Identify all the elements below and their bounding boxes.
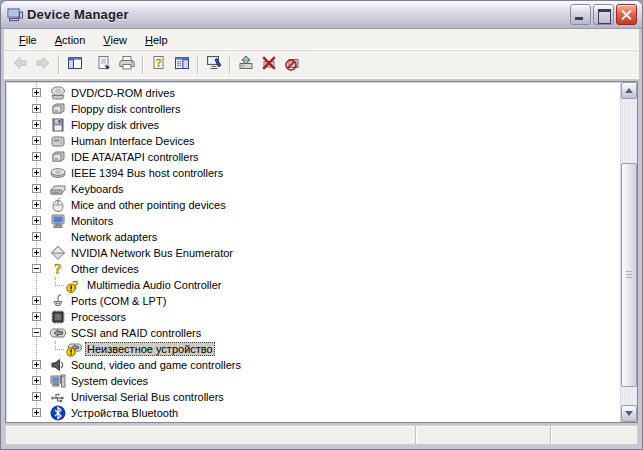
tree-item-label[interactable]: Other devices	[69, 262, 141, 276]
scroll-down-button[interactable]	[621, 405, 637, 422]
tree-item-label[interactable]: Processors	[69, 310, 128, 324]
tree-item[interactable]: DVD/CD-ROM drives	[6, 85, 620, 101]
tree-item[interactable]: NVIDIA Network Bus Enumerator	[6, 245, 620, 261]
tree-item[interactable]: Floppy disk drives	[6, 117, 620, 133]
expand-icon[interactable]	[32, 296, 41, 305]
scrollbar-thumb[interactable]	[621, 163, 637, 386]
tree-item[interactable]: Processors	[6, 309, 620, 325]
expand-icon[interactable]	[32, 88, 41, 97]
tree-item[interactable]: Floppy disk controllers	[6, 101, 620, 117]
tree-item-label[interactable]: SCSI and RAID controllers	[69, 326, 203, 340]
menu-help[interactable]: Help	[136, 31, 177, 49]
expand-icon[interactable]	[32, 376, 41, 385]
scan-for-hardware-changes-button[interactable]	[202, 54, 225, 76]
tree-item[interactable]: Network adapters	[6, 229, 620, 245]
update-driver-icon	[238, 55, 254, 75]
toolbar-separator	[197, 56, 198, 74]
tree-item[interactable]: Universal Serial Bus controllers	[6, 389, 620, 405]
statusbar-pane	[415, 426, 550, 444]
tree-item-label[interactable]: Keyboards	[69, 182, 126, 196]
menubar: FileActionViewHelp	[4, 29, 639, 51]
properties-icon	[96, 55, 112, 75]
toolbar-separator	[229, 56, 230, 74]
hid-icon	[50, 133, 66, 149]
tree-item[interactable]: Human Interface Devices	[6, 133, 620, 149]
disable-device-button[interactable]	[257, 54, 280, 76]
tree-item-label[interactable]: Floppy disk controllers	[69, 102, 182, 116]
tree-item-label[interactable]: Human Interface Devices	[69, 134, 197, 148]
tree-item[interactable]: Sound, video and game controllers	[6, 357, 620, 373]
update-driver-button[interactable]	[234, 54, 257, 76]
properties-button[interactable]	[92, 54, 115, 76]
controller-icon	[50, 101, 66, 117]
maximize-button[interactable]	[593, 4, 614, 25]
expand-icon[interactable]	[32, 392, 41, 401]
scrollbar-track[interactable]	[621, 99, 637, 405]
console-tree-icon	[67, 55, 83, 75]
tree-item-label[interactable]: IEEE 1394 Bus host controllers	[69, 166, 225, 180]
disable-device-icon	[261, 55, 277, 75]
expand-icon[interactable]	[32, 216, 41, 225]
processor-icon	[50, 309, 66, 325]
uninstall-device-button[interactable]	[280, 54, 303, 76]
tree-item-label[interactable]: Ports (COM & LPT)	[69, 294, 168, 308]
device-manager-window: Device Manager FileActionViewHelp ? DVD/…	[0, 0, 643, 450]
svg-text:?: ?	[54, 261, 62, 277]
tree-item-label[interactable]: Sound, video and game controllers	[69, 358, 243, 372]
show-hide-console-tree-button[interactable]	[63, 54, 86, 76]
tree-item[interactable]: Ports (COM & LPT)	[6, 293, 620, 309]
tree-item[interactable]: ?Other devices	[6, 261, 620, 277]
collapse-icon[interactable]	[32, 328, 41, 337]
scroll-up-button[interactable]	[621, 82, 637, 99]
tree-item-label[interactable]: DVD/CD-ROM drives	[69, 86, 177, 100]
minimize-button[interactable]	[570, 4, 591, 25]
expand-icon[interactable]	[32, 360, 41, 369]
expand-icon[interactable]	[32, 232, 41, 241]
tree-item[interactable]: IEEE 1394 Bus host controllers	[6, 165, 620, 181]
device-tree-panel: DVD/CD-ROM drivesFloppy disk controllers…	[5, 81, 638, 423]
tree-item-label[interactable]: Network adapters	[69, 230, 159, 244]
mouse-icon	[50, 197, 66, 213]
tree-item[interactable]: IDE ATA/ATAPI controllers	[6, 149, 620, 165]
back-arrow-icon	[12, 55, 28, 75]
expand-icon[interactable]	[32, 200, 41, 209]
show-hide-action-pane-button[interactable]	[170, 54, 193, 76]
menu-action[interactable]: Action	[46, 31, 95, 49]
expand-icon[interactable]	[32, 152, 41, 161]
tree-item[interactable]: ?Multimedia Audio Controller	[6, 277, 620, 293]
tree-item-label[interactable]: Universal Serial Bus controllers	[69, 390, 226, 404]
expand-icon[interactable]	[32, 184, 41, 193]
menu-file[interactable]: File	[10, 31, 46, 49]
tree-item-label[interactable]: Multimedia Audio Controller	[85, 278, 224, 292]
expand-icon[interactable]	[32, 104, 41, 113]
tree-item-label-selected[interactable]: Неизвестное устройство	[85, 342, 215, 356]
tree-item-label[interactable]: Mice and other pointing devices	[69, 198, 228, 212]
expand-icon[interactable]	[32, 312, 41, 321]
tree-item[interactable]: Monitors	[6, 213, 620, 229]
statusbar-pane	[550, 426, 637, 444]
tree-item[interactable]: Устройства Bluetooth	[6, 405, 620, 421]
tree-item-label[interactable]: IDE ATA/ATAPI controllers	[69, 150, 201, 164]
menu-view[interactable]: View	[94, 31, 136, 49]
expand-icon[interactable]	[32, 136, 41, 145]
tree-item-label[interactable]: System devices	[69, 374, 150, 388]
tree-item[interactable]: SCSI and RAID controllers	[6, 325, 620, 341]
tree-item-label[interactable]: NVIDIA Network Bus Enumerator	[69, 246, 235, 260]
tree-item[interactable]: Неизвестное устройство	[6, 341, 620, 357]
ieee1394-icon	[50, 165, 66, 181]
tree-item[interactable]: Mice and other pointing devices	[6, 197, 620, 213]
help-button[interactable]: ?	[147, 54, 170, 76]
tree-item[interactable]: Keyboards	[6, 181, 620, 197]
collapse-icon[interactable]	[32, 264, 41, 273]
tree-item-label[interactable]: Устройства Bluetooth	[69, 406, 180, 420]
tree-item-label[interactable]: Monitors	[69, 214, 115, 228]
expand-icon[interactable]	[32, 408, 41, 417]
expand-icon[interactable]	[32, 248, 41, 257]
vertical-scrollbar[interactable]	[620, 82, 637, 422]
close-button[interactable]	[616, 4, 637, 25]
print-button[interactable]	[115, 54, 138, 76]
tree-item[interactable]: System devices	[6, 373, 620, 389]
expand-icon[interactable]	[32, 120, 41, 129]
expand-icon[interactable]	[32, 168, 41, 177]
tree-item-label[interactable]: Floppy disk drives	[69, 118, 161, 132]
